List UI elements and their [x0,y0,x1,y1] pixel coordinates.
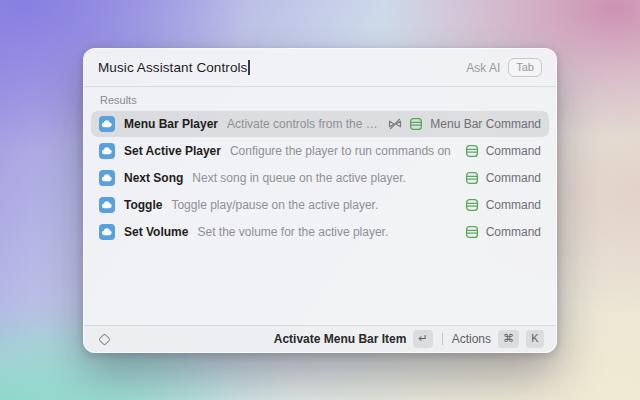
results-section-label: Results [84,87,556,111]
return-key-icon: ↵ [413,330,432,348]
actions-menu-button[interactable]: Actions ⌘ K [452,330,544,348]
item-subtitle: Activate controls from the menubar [227,117,379,131]
command-type-label: Command [486,198,541,212]
command-icon [465,144,479,158]
actions-label: Actions [452,332,491,346]
list-item-set-active-player[interactable]: Set Active Player Configure the player t… [91,138,549,164]
command-type-label: Command [486,144,541,158]
search-bar: Music Assistant Controls Ask AI Tab [84,49,556,87]
raycast-logo-icon [98,333,111,346]
search-query: Music Assistant Controls [98,60,247,75]
tab-key-hint[interactable]: Tab [508,58,542,77]
command-key-icon: ⌘ [498,330,519,348]
list-item-menu-bar-player[interactable]: Menu Bar Player Activate controls from t… [91,111,549,137]
music-assistant-icon [99,197,115,213]
item-subtitle: Next song in queue on the active player. [192,171,405,185]
menu-bar-command-icon [409,117,423,131]
command-type-label: Command [486,225,541,239]
list-item-toggle[interactable]: Toggle Toggle play/pause on the active p… [91,192,549,218]
item-subtitle: Set the volume for the active player. [197,225,388,239]
command-type-label: Command [486,171,541,185]
primary-action-button[interactable]: Activate Menu Bar Item ↵ [274,330,433,348]
primary-action-label: Activate Menu Bar Item [274,332,407,346]
item-title: Set Volume [124,225,188,239]
command-type-label: Menu Bar Command [430,117,541,131]
item-subtitle: Configure the player to run commands on [230,144,451,158]
command-icon [465,171,479,185]
action-bar: Activate Menu Bar Item ↵ Actions ⌘ K [84,325,556,352]
list-item-set-volume[interactable]: Set Volume Set the volume for the active… [91,219,549,245]
item-title: Toggle [124,198,162,212]
text-caret [248,60,250,75]
raycast-window: Music Assistant Controls Ask AI Tab Resu… [83,48,557,353]
item-title: Next Song [124,171,183,185]
item-subtitle: Toggle play/pause on the active player. [171,198,378,212]
item-title: Set Active Player [124,144,221,158]
ask-ai-label: Ask AI [466,61,500,75]
music-assistant-icon [99,170,115,186]
k-key-icon: K [526,330,544,348]
music-assistant-icon [99,224,115,240]
command-icon [465,198,479,212]
search-input[interactable]: Music Assistant Controls [98,60,466,75]
list-item-next-song[interactable]: Next Song Next song in queue on the acti… [91,165,549,191]
item-title: Menu Bar Player [124,117,218,131]
results-list: Menu Bar Player Activate controls from t… [84,111,556,325]
command-icon [465,225,479,239]
footer-divider [442,333,443,345]
music-assistant-icon [99,143,115,159]
menu-bar-disabled-icon [388,117,402,131]
music-assistant-icon [99,116,115,132]
